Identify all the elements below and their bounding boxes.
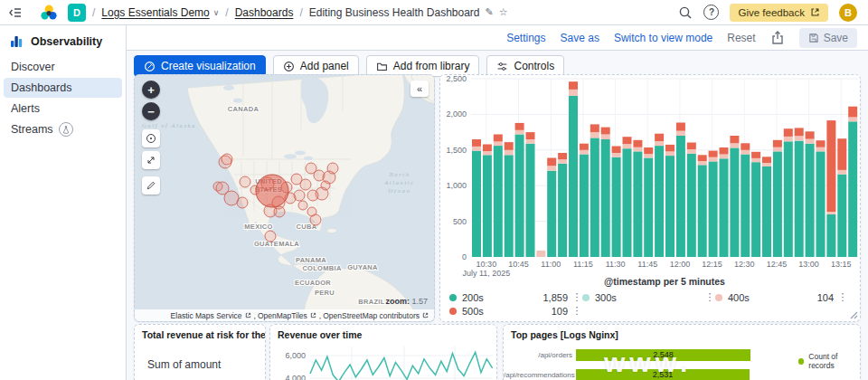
svg-text:GUATEMALA: GUATEMALA [254, 240, 299, 248]
svg-text:GUYANA: GUYANA [347, 263, 378, 271]
top-pages-legend[interactable]: Count of records [798, 352, 860, 370]
legend-item-400s[interactable]: 400s104⋮ [715, 290, 848, 304]
save-as-link[interactable]: Save as [561, 32, 599, 44]
external-link-icon [422, 312, 429, 318]
svg-text:10:30: 10:30 [476, 260, 497, 269]
external-link-icon [310, 312, 316, 318]
observability-logo-icon [9, 34, 24, 49]
switch-view-mode-link[interactable]: Switch to view mode [614, 32, 712, 44]
legend-item-300s[interactable]: 300s⋮ [582, 290, 715, 304]
save-label: Save [824, 32, 848, 44]
sidebar-item-dashboards[interactable]: Dashboards [4, 78, 122, 98]
revenue-over-time-panel: Revenue over time 6,0004,000 [269, 324, 497, 380]
status-codes-chart-panel: 05001,0001,5002,0002,50010:30July 11, 20… [439, 74, 861, 322]
map-canvas[interactable]: CANADAUNITEDSTATESMEXICOCUBAGUATEMALAPAN… [135, 75, 435, 322]
give-feedback-label: Give feedback [738, 7, 805, 18]
map-draw-tools-icon[interactable] [142, 176, 160, 195]
map-expand-icon[interactable] [142, 151, 160, 169]
map-set-view-icon[interactable] [142, 129, 160, 147]
legend-actions-icon[interactable]: ⋮ [837, 291, 848, 303]
breadcrumb-separator: / [299, 6, 302, 19]
attribution-link[interactable]: Elastic Maps Service [171, 311, 242, 320]
svg-text:2,000: 2,000 [446, 109, 467, 119]
help-icon[interactable]: ? [703, 5, 719, 20]
breadcrumb-separator: / [92, 6, 95, 19]
legend-value: 1,859 [542, 292, 568, 303]
x-axis-title: @timestamp per 5 minutes [471, 276, 858, 287]
breadcrumb-dashboards[interactable]: Dashboards [235, 6, 294, 19]
svg-text:Gulf of Alaska: Gulf of Alaska [142, 122, 196, 128]
svg-text:11:00: 11:00 [541, 260, 561, 269]
svg-text:PANAMA: PANAMA [296, 256, 326, 264]
sidebar-item-label: Streams [11, 123, 53, 136]
map-zoom-indicator: zoom: 1.57 [385, 297, 428, 306]
legend-label: 300s [595, 292, 701, 303]
svg-text:13:15: 13:15 [831, 260, 852, 269]
collapse-nav-icon[interactable] [8, 5, 23, 20]
page-title: Editing Business Health Dashboard [309, 6, 480, 19]
favorite-star-icon[interactable]: ☆ [499, 6, 508, 18]
solution-title: Observability [31, 35, 102, 48]
sidebar-item-discover[interactable]: Discover [4, 57, 122, 77]
global-header: D / Logs Essentials Demo ∨ / Dashboards … [0, 0, 868, 25]
sidebar: Observability DiscoverDashboardsAlertsSt… [0, 25, 127, 380]
metric-value: 13,526.75 [149, 376, 265, 380]
sliders-icon [496, 61, 508, 72]
metric-label: Sum of amount [147, 358, 265, 371]
chart-legend: 200s1,859⋮300s⋮400s104⋮500s109⋮ [449, 290, 856, 318]
sidebar-item-label: Dashboards [11, 81, 71, 94]
external-link-icon [810, 7, 820, 17]
legend-label: 500s [462, 306, 552, 317]
add-panel-label: Add panel [300, 60, 349, 72]
edit-pencil-icon[interactable]: ✎ [486, 6, 494, 18]
reset-link[interactable]: Reset [727, 32, 755, 44]
legend-value: 104 [817, 292, 834, 303]
legend-actions-icon[interactable]: ⋮ [571, 305, 582, 317]
top-page-label: /api/recommendations [504, 371, 576, 379]
settings-link[interactable]: Settings [506, 32, 545, 44]
zoom-label: zoom: [385, 297, 410, 306]
space-avatar[interactable]: D [68, 4, 86, 22]
svg-text:MEXICO: MEXICO [244, 223, 272, 231]
breadcrumb-project[interactable]: Logs Essentials Demo [101, 6, 209, 19]
legend-actions-icon[interactable]: ⋮ [571, 291, 582, 303]
map-legend-collapse-button[interactable]: « [410, 81, 429, 97]
legend-item-500s[interactable]: 500s109⋮ [449, 304, 582, 318]
dashboard-topnav: Settings Save as Switch to view mode Res… [127, 25, 868, 51]
legend-actions-icon[interactable]: ⋮ [704, 291, 715, 303]
svg-text:BRAZIL: BRAZIL [358, 298, 384, 306]
sidebar-item-alerts[interactable]: Alerts [4, 99, 122, 119]
svg-text:Atlantic: Atlantic [383, 179, 414, 185]
legend-value: 109 [552, 306, 568, 317]
save-disk-icon [808, 33, 819, 43]
save-button[interactable]: Save [799, 28, 857, 48]
create-visualization-label: Create visualization [161, 60, 256, 72]
legend-label: Count of records [808, 352, 860, 370]
svg-text:6,000: 6,000 [285, 351, 306, 360]
search-icon[interactable] [678, 5, 693, 20]
top-page-label: /api/orders [504, 351, 576, 359]
panel-title: Total revenue at risk for the select... [135, 325, 265, 340]
svg-text:Ocean: Ocean [389, 187, 411, 194]
map-zoom-in-button[interactable]: + [142, 81, 160, 99]
chevron-down-icon[interactable]: ∨ [213, 8, 220, 17]
user-avatar[interactable]: B [839, 4, 857, 22]
give-feedback-button[interactable]: Give feedback [730, 4, 828, 22]
attribution-link[interactable]: OpenStreetMap contributors [323, 311, 420, 320]
svg-text:11:30: 11:30 [606, 260, 626, 269]
revenue-line-chart: 6,0004,000 [270, 325, 497, 380]
legend-item-200s[interactable]: 200s1,859⋮ [449, 290, 582, 304]
map-tool-controls [142, 129, 160, 195]
kibana-app: D / Logs Essentials Demo ∨ / Dashboards … [0, 0, 868, 380]
share-icon[interactable] [770, 31, 785, 45]
legend-dot [582, 294, 590, 301]
panel-resize-handle[interactable] [850, 311, 858, 319]
map-panel: CANADAUNITEDSTATESMEXICOCUBAGUATEMALAPAN… [134, 74, 435, 322]
map-zoom-out-button[interactable]: − [142, 102, 160, 120]
legend-label: 200s [462, 292, 542, 303]
sidebar-item-streams[interactable]: Streams [4, 119, 122, 139]
map-zoom-controls: + − [142, 81, 160, 120]
attribution-link[interactable]: OpenMapTiles [258, 311, 307, 320]
dashboard-main: Create visualization Add panel Add from … [127, 51, 868, 380]
svg-text:500: 500 [453, 217, 467, 226]
